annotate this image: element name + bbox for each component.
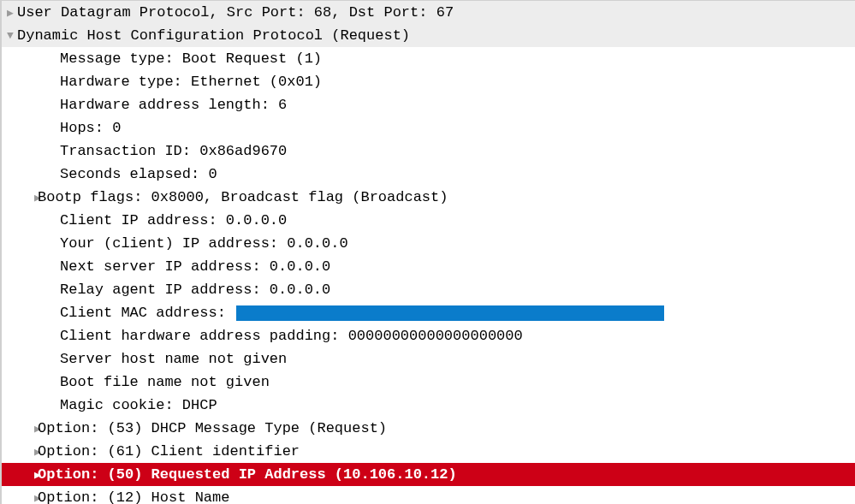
row-text: Your (client) IP address: 0.0.0.0	[2, 235, 348, 252]
field-option-12[interactable]: ▶ Option: (12) Host Name	[2, 486, 855, 504]
field-next-server-ip[interactable]: Next server IP address: 0.0.0.0	[2, 255, 855, 278]
chevron-right-icon: ▶	[2, 422, 34, 436]
chevron-right-icon: ▶	[2, 445, 34, 459]
row-text: Hardware type: Ethernet (0x01)	[2, 74, 322, 90]
field-option-53[interactable]: ▶ Option: (53) DHCP Message Type (Reques…	[2, 417, 855, 440]
field-transaction-id[interactable]: Transaction ID: 0x86ad9670	[2, 139, 855, 163]
field-bootp-flags[interactable]: ▶ Bootp flags: 0x8000, Broadcast flag (B…	[2, 186, 855, 209]
field-client-ip[interactable]: Client IP address: 0.0.0.0	[2, 209, 855, 232]
chevron-right-icon: ▶	[2, 6, 14, 20]
field-client-mac[interactable]: Client MAC address:	[2, 301, 855, 324]
row-text: Client MAC address:	[2, 305, 664, 321]
row-text: Hardware address length: 6	[2, 97, 287, 113]
field-relay-ip[interactable]: Relay agent IP address: 0.0.0.0	[2, 278, 855, 301]
field-server-host[interactable]: Server host name not given	[2, 347, 855, 371]
row-text: User Datagram Protocol, Src Port: 68, Ds…	[17, 4, 454, 21]
field-hardware-type[interactable]: Hardware type: Ethernet (0x01)	[2, 70, 855, 93]
label: Client MAC address:	[60, 305, 235, 321]
row-text: Hops: 0	[2, 120, 121, 136]
row-text: Seconds elapsed: 0	[2, 166, 217, 182]
field-option-61[interactable]: ▶ Option: (61) Client identifier	[2, 440, 855, 463]
redacted-mac	[236, 305, 664, 321]
row-text: Transaction ID: 0x86ad9670	[2, 143, 287, 159]
field-magic-cookie[interactable]: Magic cookie: DHCP	[2, 394, 855, 417]
row-text: Bootp flags: 0x8000, Broadcast flag (Bro…	[38, 189, 448, 205]
field-hops[interactable]: Hops: 0	[2, 116, 855, 139]
row-text: Message type: Boot Request (1)	[2, 50, 322, 67]
protocol-row-udp[interactable]: ▶ User Datagram Protocol, Src Port: 68, …	[2, 1, 855, 24]
row-text: Magic cookie: DHCP	[2, 397, 217, 413]
field-message-type[interactable]: Message type: Boot Request (1)	[2, 47, 855, 70]
row-text: Server host name not given	[2, 351, 287, 367]
row-text: Option: (53) DHCP Message Type (Request)	[38, 420, 387, 436]
row-text: Relay agent IP address: 0.0.0.0	[2, 282, 330, 298]
field-seconds-elapsed[interactable]: Seconds elapsed: 0	[2, 163, 855, 186]
row-text: Next server IP address: 0.0.0.0	[2, 258, 330, 275]
field-hardware-addr-length[interactable]: Hardware address length: 6	[2, 93, 855, 116]
chevron-right-icon: ▶	[2, 491, 34, 505]
field-client-hw-padding[interactable]: Client hardware address padding: 0000000…	[2, 324, 855, 347]
row-text: Dynamic Host Configuration Protocol (Req…	[17, 27, 410, 44]
row-text: Option: (50) Requested IP Address (10.10…	[38, 466, 457, 483]
field-your-ip[interactable]: Your (client) IP address: 0.0.0.0	[2, 232, 855, 255]
row-text: Option: (12) Host Name	[38, 489, 229, 504]
row-text: Boot file name not given	[2, 374, 270, 390]
row-text: Client hardware address padding: 0000000…	[2, 328, 523, 344]
protocol-row-dhcp[interactable]: ▼ Dynamic Host Configuration Protocol (R…	[2, 24, 855, 47]
row-text: Option: (61) Client identifier	[38, 443, 300, 460]
field-boot-file[interactable]: Boot file name not given	[2, 371, 855, 394]
chevron-down-icon: ▼	[2, 29, 14, 42]
chevron-right-icon: ▶	[2, 468, 34, 482]
chevron-right-icon: ▶	[2, 191, 34, 205]
field-option-50-selected[interactable]: ▶ Option: (50) Requested IP Address (10.…	[2, 463, 855, 486]
row-text: Client IP address: 0.0.0.0	[2, 212, 287, 228]
